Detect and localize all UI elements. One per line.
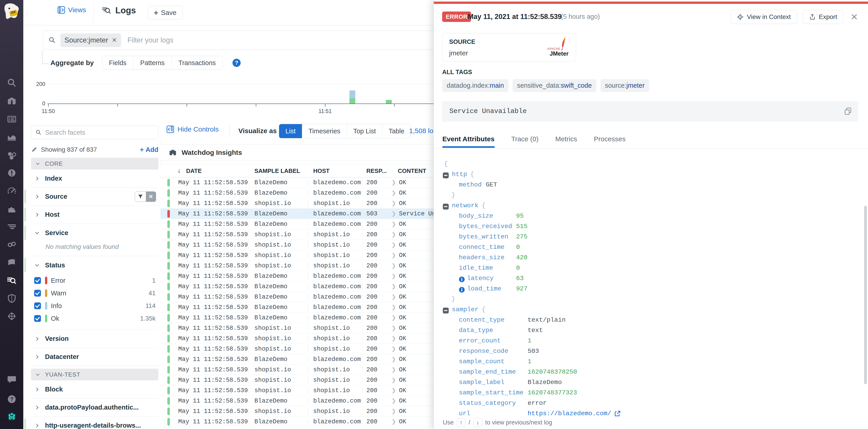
facet-row-block[interactable]: Block [31, 381, 158, 398]
copy-icon[interactable] [844, 107, 852, 115]
facet-row-version[interactable]: Version [31, 330, 158, 348]
expand-icon[interactable]: ❯ [392, 377, 396, 383]
facet-group-header-core[interactable]: CORE [31, 158, 158, 169]
expand-icon[interactable]: ❯ [392, 325, 396, 331]
facet-group-header-yuan-test[interactable]: YUAN-TEST [31, 369, 158, 381]
panel-scrollbar-thumb[interactable] [864, 206, 867, 384]
json-attribute-error_count[interactable]: error_count1 [443, 336, 861, 346]
json-attribute-latency[interactable]: latency63 [443, 273, 861, 284]
tag-pill-sensitive-data[interactable]: sensitive_data:swift_code [513, 79, 596, 92]
expand-icon[interactable]: ❯ [392, 387, 396, 394]
expand-icon[interactable]: ❯ [392, 304, 396, 310]
facet-row-http-useragent-details-brows[interactable]: http-useragent-details-brows... [31, 417, 158, 429]
pipelines-icon[interactable] [6, 222, 17, 232]
json-attribute-connect_time[interactable]: connect_time0 [443, 242, 861, 253]
notebooks-icon[interactable] [6, 257, 17, 268]
expand-icon[interactable]: ❯ [392, 179, 396, 186]
column-header-host[interactable]: HOST [313, 167, 330, 174]
network-icon[interactable] [6, 311, 17, 321]
remove-filter-icon[interactable]: ✕ [112, 36, 117, 44]
tab-metrics[interactable]: Metrics [555, 135, 577, 148]
column-header-sample-label[interactable]: SAMPLE LABEL [254, 167, 300, 174]
external-link-icon[interactable] [614, 410, 621, 417]
json-attribute-bytes_written[interactable]: bytes_written275 [443, 232, 861, 242]
metrics-icon[interactable] [6, 132, 17, 142]
infrastructure-icon[interactable] [6, 150, 17, 161]
status-value-error[interactable]: Error1 [31, 274, 158, 287]
timeline-bar[interactable] [386, 100, 392, 103]
hide-controls-button[interactable]: Hide Controls [166, 125, 219, 133]
facet-row-status[interactable]: Status [31, 256, 158, 274]
expand-icon[interactable]: ❯ [392, 408, 396, 414]
json-group-sampler[interactable]: sampler{ [443, 304, 861, 315]
search-filter-tag[interactable]: Source:jmeter ✕ [60, 33, 121, 47]
json-attribute-body_size[interactable]: body_size95 [443, 211, 861, 221]
expand-icon[interactable]: ❯ [392, 294, 396, 300]
watchdog-icon[interactable] [6, 96, 17, 106]
facet-row-index[interactable]: Index [31, 169, 158, 188]
collapse-icon[interactable] [443, 171, 449, 177]
column-header-content[interactable]: CONTENT [398, 167, 426, 174]
json-attribute-sample_start_time[interactable]: sample_start_time1620748377323 [443, 388, 861, 398]
visualize-mode-table[interactable]: Table [382, 124, 411, 138]
synthetics-icon[interactable] [6, 239, 17, 250]
json-attribute-status_category[interactable]: status_categoryerror [443, 398, 861, 408]
expand-icon[interactable]: ❯ [392, 366, 396, 373]
checkbox-checked-icon[interactable] [34, 315, 41, 322]
bits-icon[interactable] [6, 411, 17, 422]
json-attribute-bytes_received[interactable]: bytes_received515 [443, 221, 861, 232]
facet-search-input[interactable]: Search facets [31, 126, 158, 139]
view-in-context-button[interactable]: View in Context [731, 10, 797, 24]
checkbox-checked-icon[interactable] [34, 290, 41, 297]
tab-trace-0[interactable]: Trace (0) [512, 135, 539, 148]
monitors-icon[interactable] [6, 168, 17, 178]
tab-event-attributes[interactable]: Event Attributes [442, 135, 495, 148]
json-attribute-data_type[interactable]: data_typetext [443, 325, 861, 336]
collapse-icon[interactable] [443, 307, 449, 312]
expand-icon[interactable]: ❯ [392, 345, 396, 352]
json-attribute-response_code[interactable]: response_code503 [443, 346, 861, 357]
facet-row-source[interactable]: Source✕ [31, 188, 158, 206]
chat-icon[interactable] [6, 374, 17, 385]
sort-descending-icon[interactable]: ↓ [178, 167, 181, 174]
expand-icon[interactable]: ❯ [392, 231, 396, 237]
json-attribute-method[interactable]: methodGET [443, 180, 861, 190]
expand-icon[interactable]: ❯ [392, 315, 396, 321]
json-group-http[interactable]: http{ [443, 169, 861, 180]
expand-icon[interactable]: ❯ [392, 283, 396, 290]
facet-row-service[interactable]: Service [31, 224, 158, 242]
aggregate-option-patterns[interactable]: Patterns [133, 56, 172, 70]
dashboards-icon[interactable] [6, 114, 17, 124]
integrations-icon[interactable] [6, 204, 17, 214]
clear-filter-icon[interactable]: ✕ [146, 192, 156, 202]
facet-row-data-protopayload-authentic[interactable]: data.protoPayload.authentic... [31, 398, 158, 417]
json-attribute-idle_time[interactable]: idle_time0 [443, 263, 861, 273]
facet-row-host[interactable]: Host [31, 206, 158, 224]
json-attribute-load_time[interactable]: load_time927 [443, 284, 861, 294]
visualize-mode-list[interactable]: List [279, 124, 302, 138]
expand-icon[interactable]: ❯ [392, 221, 396, 227]
help-icon[interactable]: ? [6, 394, 17, 404]
tag-pill-datadog-index[interactable]: datadog.index:main [442, 79, 508, 92]
json-group-network[interactable]: network{ [443, 200, 861, 211]
save-button[interactable]: + Save [148, 6, 183, 20]
tab-processes[interactable]: Processes [594, 135, 625, 148]
tag-pill-source[interactable]: source:jmeter [600, 79, 649, 92]
checkbox-checked-icon[interactable] [34, 277, 41, 284]
datadog-logo[interactable] [2, 2, 22, 22]
visualize-mode-top-list[interactable]: Top List [347, 124, 382, 138]
info-icon[interactable] [459, 286, 465, 292]
security-icon[interactable] [6, 293, 17, 303]
apm-icon[interactable] [6, 186, 17, 196]
aggregate-option-fields[interactable]: Fields [102, 56, 133, 70]
expand-icon[interactable]: ❯ [392, 190, 396, 196]
json-attribute-sample_count[interactable]: sample_count1 [443, 357, 861, 367]
export-button[interactable]: Export [803, 10, 843, 24]
expand-icon[interactable]: ❯ [392, 210, 396, 217]
pencil-icon[interactable] [31, 146, 37, 153]
json-attribute-sample_label[interactable]: sample_labelBlazeDemo [443, 377, 861, 388]
expand-icon[interactable]: ❯ [392, 418, 396, 425]
add-facet-button[interactable]: + Add [140, 146, 158, 154]
json-attribute-sample_end_time[interactable]: sample_end_time1620748378250 [443, 367, 861, 377]
collapse-icon[interactable] [443, 203, 449, 209]
